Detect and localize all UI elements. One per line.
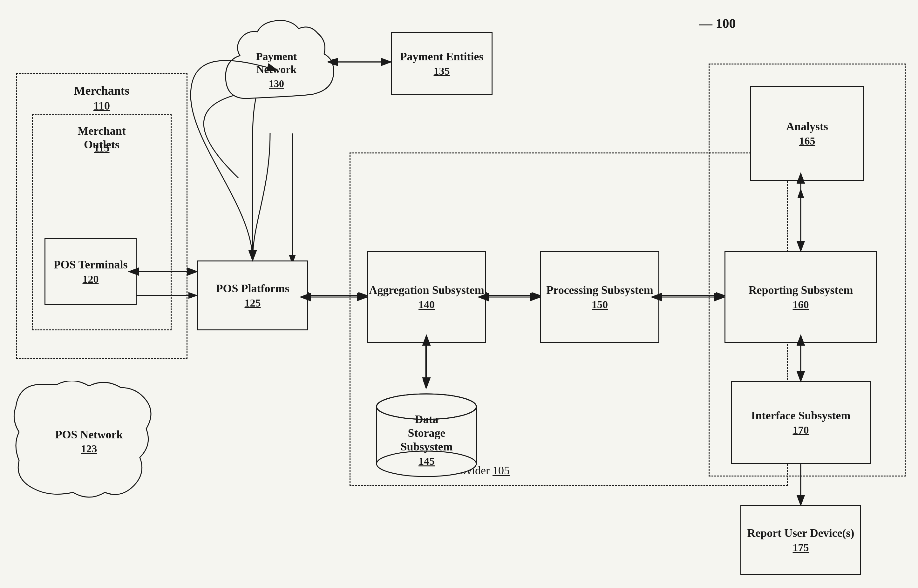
data-storage-box: Data Storage Subsystem 145 xyxy=(367,388,486,483)
aggregation-subsystem-box: Aggregation Subsystem 140 xyxy=(367,251,486,343)
processing-subsystem-box: Processing Subsystem 150 xyxy=(540,251,659,343)
pos-terminals-box: POS Terminals 120 xyxy=(44,238,137,305)
data-storage-label: Data Storage Subsystem 145 xyxy=(397,413,457,467)
label-100: — 100 xyxy=(699,16,736,31)
payment-entities-box: Payment Entities 135 xyxy=(391,32,493,95)
reporting-subsystem-box: Reporting Subsystem 160 xyxy=(724,251,877,343)
payment-network-cloud: Payment Network 130 xyxy=(216,10,337,130)
pos-platforms-box: POS Platforms 125 xyxy=(197,260,308,330)
pos-network-shape: POS Network 123 xyxy=(10,381,168,502)
analysts-box: Analysts 165 xyxy=(750,86,864,181)
diagram: — 100 Payment Network 130 Payment Entiti… xyxy=(0,0,918,588)
pos-network-label: POS Network 123 xyxy=(55,428,123,455)
payment-network-label: Payment Network 130 xyxy=(246,50,307,90)
report-user-devices-box: Report User Device(s) 175 xyxy=(740,505,861,575)
interface-subsystem-box: Interface Subsystem 170 xyxy=(731,381,871,464)
